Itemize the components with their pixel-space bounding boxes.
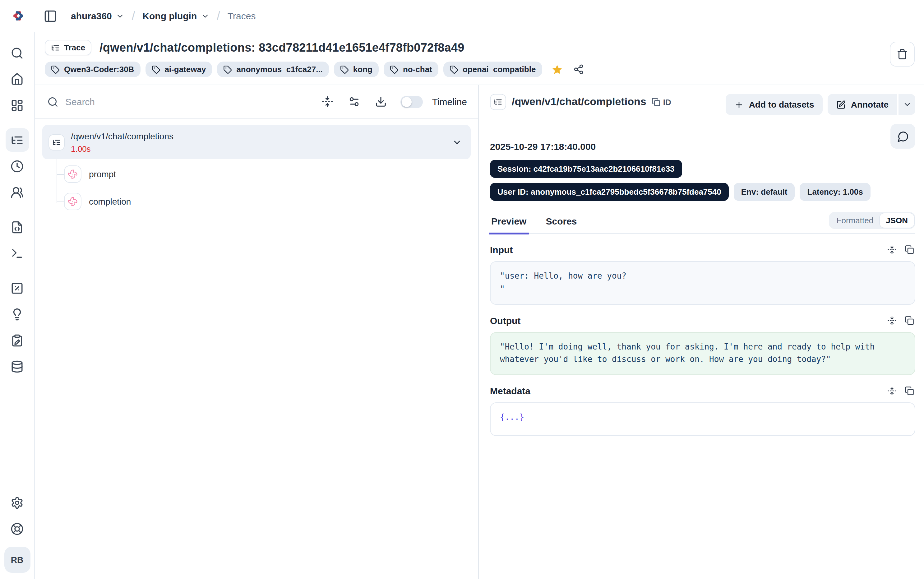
tree-node-name: /qwen/v1/chat/completions xyxy=(71,131,173,141)
annotate-label: Annotate xyxy=(851,100,888,110)
tree-node-name: prompt xyxy=(89,169,116,179)
sidebar-item-traces[interactable] xyxy=(5,128,29,152)
metadata-content[interactable]: {...} xyxy=(490,402,915,436)
percent-square-icon xyxy=(11,281,24,294)
sidebar-item-dashboards[interactable] xyxy=(5,93,29,117)
tag-chip[interactable]: ai-gateway xyxy=(145,62,212,77)
format-switch: Formatted JSON xyxy=(829,212,915,229)
sidebar-item-insights[interactable] xyxy=(5,302,29,326)
trace-header: Trace /qwen/v1/chat/completions: 83cd782… xyxy=(35,32,924,85)
comments-button[interactable] xyxy=(890,124,915,149)
sidebar-item-annotations[interactable] xyxy=(5,329,29,352)
chat-bubble-icon xyxy=(897,130,909,142)
top-bar: ahura360 / Kong plugin / Traces xyxy=(0,0,924,32)
trace-tree-panel: Timeline /qwen/v1/chat/completions 1.00s xyxy=(35,85,479,579)
terminal-icon xyxy=(11,247,24,260)
sidebar-item-scores[interactable] xyxy=(5,276,29,300)
search-icon xyxy=(11,46,24,59)
format-option-formatted[interactable]: Formatted xyxy=(831,213,880,227)
sidebar-item-support[interactable] xyxy=(5,517,29,540)
collapse-section-icon[interactable] xyxy=(887,316,897,325)
collapse-all-icon[interactable] xyxy=(318,92,338,112)
tag-icon xyxy=(450,65,458,74)
tab-scores[interactable]: Scores xyxy=(544,216,578,233)
breadcrumb-org[interactable]: ahura360 xyxy=(71,11,124,21)
file-code-icon xyxy=(11,221,24,234)
sidebar-item-prompts[interactable] xyxy=(5,215,29,239)
chevron-down-icon xyxy=(903,100,911,109)
sidebar-item-settings[interactable] xyxy=(5,491,29,514)
sidebar-item-sessions[interactable] xyxy=(5,154,29,178)
sidebar-item-search[interactable] xyxy=(5,41,29,65)
metadata-section-title: Metadata xyxy=(490,386,887,396)
tag-icon xyxy=(223,65,232,74)
tree-node-latency: 1.00s xyxy=(71,144,446,154)
timeline-label: Timeline xyxy=(432,96,467,107)
detail-tabs: Preview Scores Formatted JSON xyxy=(490,212,915,234)
input-section: Input "user: Hello, how are you? " xyxy=(490,244,915,304)
tag-icon xyxy=(390,65,398,74)
sidebar-item-home[interactable] xyxy=(5,67,29,91)
chevron-down-icon xyxy=(201,11,209,20)
add-to-datasets-button[interactable]: Add to datasets xyxy=(726,94,823,115)
breadcrumb-project-label: Kong plugin xyxy=(142,11,197,21)
detail-title: /qwen/v1/chat/completions xyxy=(512,96,646,108)
sidebar-toggle-icon[interactable] xyxy=(44,9,57,23)
format-option-json[interactable]: JSON xyxy=(880,213,914,227)
copy-icon[interactable] xyxy=(905,386,914,396)
output-section-title: Output xyxy=(490,315,887,325)
trash-icon xyxy=(897,49,908,60)
sidebar-item-datasets[interactable] xyxy=(5,355,29,378)
tree-node-completion[interactable]: completion xyxy=(57,188,471,215)
collapse-section-icon[interactable] xyxy=(887,386,897,396)
session-badge[interactable]: Session: c42fca19b75e13aac2b2106610f81e3… xyxy=(490,160,682,178)
collapse-section-icon[interactable] xyxy=(887,245,897,254)
view-settings-icon[interactable] xyxy=(344,92,364,112)
copy-id-button[interactable]: ID xyxy=(652,97,671,107)
timeline-toggle[interactable] xyxy=(400,95,423,108)
download-icon[interactable] xyxy=(371,92,391,112)
trace-badge-label: Trace xyxy=(64,43,85,52)
breadcrumb-separator: / xyxy=(217,9,220,23)
user-id-badge[interactable]: User ID: anonymous_c1fca2795bbedc5f36678… xyxy=(490,183,729,201)
chevron-down-icon[interactable] xyxy=(452,137,462,147)
tree-node-root[interactable]: /qwen/v1/chat/completions 1.00s xyxy=(42,125,471,159)
clock-icon xyxy=(11,160,24,173)
user-avatar[interactable]: RB xyxy=(4,547,30,573)
users-icon xyxy=(11,186,24,199)
tag-chip[interactable]: Qwen3-Coder:30B xyxy=(45,62,140,77)
breadcrumb-project[interactable]: Kong plugin xyxy=(142,11,209,21)
annotate-button[interactable]: Annotate xyxy=(828,94,897,115)
search-input[interactable] xyxy=(65,96,311,107)
tag-chip[interactable]: anonymous_c1fca27... xyxy=(217,62,329,77)
input-content: "user: Hello, how are you? " xyxy=(490,261,915,304)
dashboard-grid-icon xyxy=(11,98,24,112)
list-tree-icon xyxy=(490,94,506,110)
bookmark-star-icon[interactable] xyxy=(551,64,562,75)
tree-node-prompt[interactable]: prompt xyxy=(57,160,471,188)
tag-chip[interactable]: kong xyxy=(334,62,379,77)
tag-chip[interactable]: no-chat xyxy=(384,62,438,77)
env-badge: Env: default xyxy=(734,183,795,201)
tab-preview[interactable]: Preview xyxy=(490,216,527,233)
copy-icon xyxy=(652,98,661,106)
delete-trace-button[interactable] xyxy=(890,42,915,67)
annotate-dropdown-button[interactable] xyxy=(898,94,915,115)
sidebar-item-users[interactable] xyxy=(5,180,29,204)
breadcrumb-current[interactable]: Traces xyxy=(228,11,256,21)
tag-label: kong xyxy=(353,65,372,74)
breadcrumb-current-label: Traces xyxy=(228,11,256,21)
home-icon xyxy=(11,72,24,85)
sidebar-item-playground[interactable] xyxy=(5,241,29,265)
plus-icon xyxy=(735,100,744,109)
database-icon xyxy=(11,360,24,373)
copy-icon[interactable] xyxy=(905,316,914,325)
share-icon[interactable] xyxy=(573,64,584,75)
tag-icon xyxy=(152,65,160,74)
lifebuoy-icon xyxy=(11,522,24,535)
copy-icon[interactable] xyxy=(905,245,914,254)
metadata-section: Metadata {...} xyxy=(490,386,915,436)
tag-chip[interactable]: openai_compatible xyxy=(443,62,542,77)
id-label: ID xyxy=(663,97,671,107)
trace-timestamp: 2025-10-29 17:18:40.000 xyxy=(490,141,915,152)
